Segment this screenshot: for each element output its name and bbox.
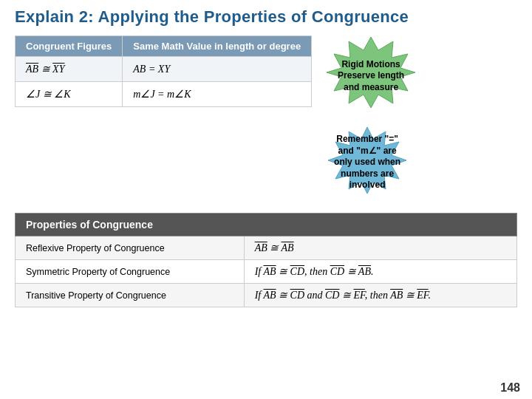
col1-header: Congruent Figures [16,36,123,57]
page-number: 148 [500,381,520,395]
page-title: Explain 2: Applying the Properties of Co… [15,7,517,27]
properties-header: Properties of Congruence [16,214,517,236]
row1-col1: AB ≅ XY [16,57,123,82]
properties-section: Properties of Congruence Reflexive Prope… [15,213,517,307]
burst-container: Rigid Motions Preserve length and measur… [327,35,415,200]
row2-col1: ∠J ≅ ∠K [16,82,123,107]
row2-col2: m∠J = m∠K [123,82,312,107]
transitive-formula: If AB ≅ CD and CD ≅ EF, then AB ≅ EF. [244,284,516,307]
table-row: AB ≅ XY AB = XY [16,57,312,82]
green-burst-text: Rigid Motions Preserve length and measur… [327,56,415,97]
table-row: ∠J ≅ ∠K m∠J = m∠K [16,82,312,107]
blue-burst: Remember "=" and "m∠" are only used when… [327,126,408,200]
symmetric-row: Symmetric Property of Congruence If AB ≅… [16,260,517,284]
reflexive-name: Reflexive Property of Congruence [16,236,245,260]
transitive-row: Transitive Property of Congruence If AB … [16,284,517,307]
transitive-name: Transitive Property of Congruence [16,284,245,307]
symmetric-formula: If AB ≅ CD, then CD ≅ AB. [244,260,516,284]
reflexive-row: Reflexive Property of Congruence AB ≅ AB [16,236,517,260]
blue-burst-text: Remember "=" and "m∠" are only used when… [327,131,408,194]
symmetric-name: Symmetric Property of Congruence [16,260,245,284]
col2-header: Same Math Value in length or degree [123,36,312,57]
congruence-table: Congruent Figures Same Math Value in len… [15,35,312,107]
properties-table: Properties of Congruence Reflexive Prope… [15,213,517,307]
reflexive-formula: AB ≅ AB [244,236,516,260]
row1-col2: AB = XY [123,57,312,82]
page-container: Explain 2: Applying the Properties of Co… [0,0,532,399]
properties-header-row: Properties of Congruence [16,214,517,236]
top-section: Congruent Figures Same Math Value in len… [15,35,517,200]
green-burst: Rigid Motions Preserve length and measur… [327,35,415,117]
